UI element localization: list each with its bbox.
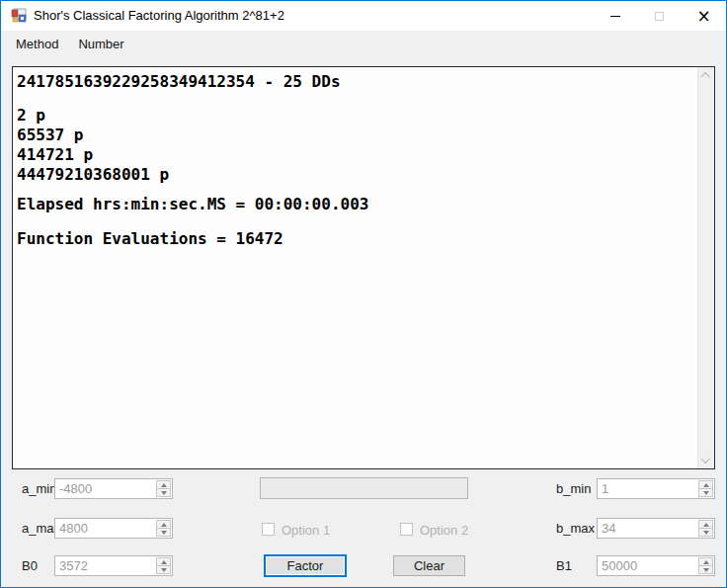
spin-down-button[interactable] [698, 488, 713, 497]
title-bar: Shor's Classical Factoring Algorithm 2^8… [1, 1, 726, 31]
arrow-down-icon [161, 491, 167, 495]
maximize-button[interactable] [637, 1, 682, 31]
spin-down-button[interactable] [156, 565, 171, 574]
chevron-down-icon [700, 454, 710, 463]
chevron-up-icon [700, 72, 710, 82]
app-window: Shor's Classical Factoring Algorithm 2^8… [0, 0, 727, 588]
option2-checkbox[interactable] [400, 523, 413, 536]
menu-bar: Method Number [1, 31, 726, 57]
arrow-up-icon [161, 560, 167, 564]
output-factor-line: 44479210368001 p [17, 165, 169, 185]
option2-label: Option 2 [420, 523, 468, 538]
arrow-up-icon [161, 523, 167, 527]
b-max-label: b_max [556, 521, 595, 536]
arrow-down-icon [161, 568, 167, 572]
results-output-box[interactable]: 2417851639229258349412354 - 25 DDs 2 p 6… [12, 66, 715, 469]
close-button[interactable]: × [682, 1, 726, 31]
a-min-stepper[interactable]: -4800 [54, 478, 173, 499]
arrow-up-icon [703, 560, 709, 564]
b-min-value: 1 [602, 481, 608, 496]
option1-label: Option 1 [282, 523, 330, 538]
scroll-down-button[interactable] [698, 452, 715, 468]
scroll-up-button[interactable] [698, 67, 715, 84]
arrow-up-icon [703, 483, 709, 487]
app-icon [11, 8, 27, 24]
a-min-spinner [156, 480, 171, 497]
spin-down-button[interactable] [156, 488, 171, 497]
menu-item-method[interactable]: Method [6, 32, 68, 56]
b1-value: 50000 [602, 558, 637, 573]
b-max-spinner [698, 520, 713, 537]
b0-value: 3572 [59, 558, 88, 573]
spin-down-button[interactable] [698, 565, 713, 574]
maximize-icon [655, 12, 664, 21]
b1-stepper[interactable]: 50000 [597, 555, 715, 576]
output-elapsed-line: Elapsed hrs:min:sec.MS = 00:00:00.003 [17, 195, 368, 214]
close-icon: × [696, 8, 710, 25]
b0-label: B0 [22, 558, 38, 573]
b0-spinner [156, 557, 171, 574]
arrow-down-icon [703, 491, 709, 495]
output-factor-line: 65537 p [17, 126, 83, 145]
output-header-line: 2417851639229258349412354 - 25 DDs [17, 72, 341, 92]
a-min-label: a_min [22, 481, 56, 496]
a-min-value: -4800 [59, 481, 92, 496]
minimize-icon [610, 16, 620, 17]
arrow-down-icon [703, 531, 709, 535]
output-evaluations-line: Function Evaluations = 16472 [17, 229, 283, 249]
b-min-stepper[interactable]: 1 [597, 478, 715, 499]
b-max-stepper[interactable]: 34 [597, 518, 715, 539]
factor-button[interactable]: Factor [264, 554, 347, 577]
menu-item-number[interactable]: Number [68, 32, 133, 56]
minimize-button[interactable] [593, 1, 637, 31]
a-max-stepper[interactable]: 4800 [54, 518, 173, 539]
output-factor-line: 414721 p [17, 145, 93, 165]
arrow-down-icon [703, 568, 709, 572]
b-min-spinner [698, 480, 713, 497]
clear-button[interactable]: Clear [393, 555, 465, 576]
b-max-value: 34 [602, 521, 615, 536]
b1-label: B1 [556, 558, 572, 573]
arrow-up-icon [161, 483, 167, 487]
vertical-scrollbar[interactable] [697, 67, 714, 468]
a-max-value: 4800 [59, 521, 88, 536]
spin-down-button[interactable] [698, 528, 713, 537]
arrow-up-icon [703, 523, 709, 527]
status-textbox[interactable] [260, 477, 468, 499]
b1-spinner [698, 557, 713, 574]
option1-checkbox[interactable] [262, 523, 275, 536]
b-min-label: b_min [556, 481, 591, 496]
spin-down-button[interactable] [156, 528, 171, 537]
a-max-spinner [156, 520, 171, 537]
b0-stepper[interactable]: 3572 [54, 555, 173, 576]
output-factor-line: 2 p [17, 106, 45, 126]
arrow-down-icon [161, 531, 167, 535]
window-title: Shor's Classical Factoring Algorithm 2^8… [34, 8, 284, 23]
